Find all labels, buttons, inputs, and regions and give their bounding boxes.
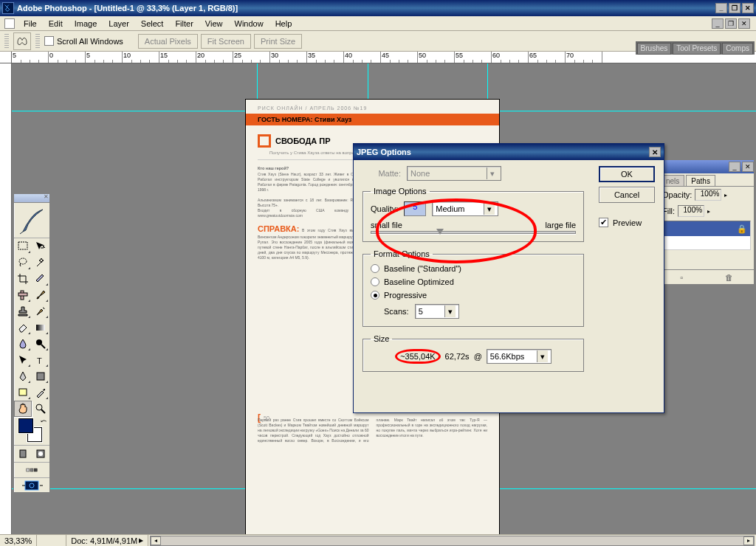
- zoom-field[interactable]: 33,33%: [0, 535, 37, 546]
- svg-rect-5: [18, 293, 27, 296]
- pen-tool[interactable]: [14, 368, 32, 384]
- doc-restore-button[interactable]: ❐: [725, 18, 737, 29]
- preview-checkbox[interactable]: ✔: [599, 218, 608, 227]
- fit-screen-button[interactable]: Fit Screen: [201, 34, 251, 49]
- quality-label: Quality:: [371, 204, 398, 213]
- grip-icon[interactable]: [4, 34, 9, 49]
- baseline-optimized-radio[interactable]: [371, 277, 379, 286]
- marquee-tool[interactable]: [14, 238, 32, 255]
- screen-mode-standard[interactable]: [14, 463, 49, 477]
- zoom-tool[interactable]: [32, 401, 49, 417]
- brushes-tab[interactable]: Brushes: [637, 43, 672, 55]
- notes-tool[interactable]: [14, 384, 32, 401]
- scroll-right-button[interactable]: ▸: [743, 536, 754, 545]
- new-layer-icon[interactable]: ▫: [680, 273, 683, 282]
- lock-icon: 🔒: [737, 224, 747, 234]
- foreground-color[interactable]: [18, 418, 33, 433]
- doc-size-field[interactable]: Doc: 4,91M/4,91M▶: [66, 535, 148, 546]
- quality-input[interactable]: 5: [404, 201, 426, 216]
- brush-tool[interactable]: [32, 287, 49, 303]
- baseline-radio[interactable]: [371, 264, 379, 273]
- shape-tool[interactable]: [32, 368, 49, 384]
- print-size-button[interactable]: Print Size: [254, 34, 302, 49]
- menu-edit[interactable]: Edit: [43, 18, 69, 30]
- blur-tool[interactable]: [14, 336, 32, 352]
- cancel-button[interactable]: Cancel: [599, 187, 655, 203]
- slice-tool[interactable]: [32, 271, 49, 287]
- wand-tool[interactable]: [32, 255, 49, 271]
- lasso-tool[interactable]: [14, 255, 32, 271]
- menu-help[interactable]: Help: [269, 18, 298, 30]
- menu-view[interactable]: View: [199, 18, 229, 30]
- image-options-group: Image Options Quality: 5 Medium▾ small f…: [362, 187, 584, 242]
- svg-rect-11: [19, 389, 27, 395]
- panel-minimize[interactable]: _: [729, 162, 740, 172]
- menu-file[interactable]: File: [18, 18, 43, 30]
- toolbox-header[interactable]: [14, 194, 49, 203]
- layer-comps-tab[interactable]: Comps: [722, 43, 753, 55]
- quality-preset-dropdown[interactable]: Medium▾: [432, 201, 498, 216]
- scrollbar-horizontal[interactable]: ◂ ▸: [150, 536, 755, 546]
- gradient-tool[interactable]: [32, 319, 49, 336]
- hand-tool[interactable]: [14, 401, 32, 417]
- move-tool[interactable]: [32, 238, 49, 255]
- minimize-button[interactable]: _: [715, 3, 727, 13]
- scroll-all-checkbox[interactable]: [44, 36, 54, 46]
- layer-list: 🔒: [662, 221, 751, 250]
- type-tool[interactable]: T: [32, 352, 49, 368]
- at-label: @: [474, 352, 482, 361]
- stamp-tool[interactable]: [14, 303, 32, 319]
- quickmask-mode-icon[interactable]: [32, 446, 49, 462]
- current-tool-icon[interactable]: [13, 32, 31, 50]
- dialog-close-button[interactable]: ✕: [649, 147, 661, 157]
- menu-layer[interactable]: Layer: [103, 18, 135, 30]
- ok-button[interactable]: OK: [599, 166, 655, 182]
- doc-minimize-button[interactable]: _: [712, 18, 724, 29]
- menu-window[interactable]: Window: [229, 18, 269, 30]
- size-value: ~355,04K: [395, 349, 440, 364]
- eraser-tool[interactable]: [14, 319, 32, 336]
- menu-image[interactable]: Image: [69, 18, 103, 30]
- scroll-left-button[interactable]: ◂: [151, 536, 161, 545]
- color-swatches: ⤺: [14, 417, 49, 445]
- imageready-icon[interactable]: [21, 480, 43, 491]
- doc-close-button[interactable]: ✕: [738, 18, 750, 29]
- fill-input[interactable]: 100%: [678, 205, 704, 217]
- menu-select[interactable]: Select: [135, 18, 170, 30]
- actual-pixels-button[interactable]: Actual Pixels: [138, 34, 198, 49]
- tab-paths[interactable]: Paths: [686, 175, 715, 186]
- baud-dropdown[interactable]: 56.6Kbps▾: [487, 349, 551, 364]
- scans-dropdown[interactable]: 5▾: [415, 304, 459, 319]
- layer-item[interactable]: 🔒: [663, 221, 750, 236]
- panel-titlebar[interactable]: _✕: [659, 160, 754, 173]
- close-button[interactable]: ✕: [742, 3, 754, 13]
- progressive-radio[interactable]: [371, 291, 379, 300]
- path-select-tool[interactable]: [14, 352, 32, 368]
- dodge-tool[interactable]: [32, 336, 49, 352]
- small-file-label: small file: [371, 221, 402, 229]
- dialog-titlebar[interactable]: JPEG Options ✕: [354, 144, 664, 160]
- swap-colors-icon[interactable]: ⤺: [41, 417, 47, 425]
- trash-icon[interactable]: 🗑: [725, 273, 733, 282]
- menu-filter[interactable]: Filter: [169, 18, 199, 30]
- crop-tool[interactable]: [14, 271, 32, 287]
- ruler-vertical[interactable]: [0, 63, 12, 534]
- opacity-input[interactable]: 100%: [695, 189, 721, 201]
- matte-dropdown[interactable]: None▾: [407, 166, 501, 181]
- opacity-label: Opacity:: [662, 190, 692, 199]
- grip-icon[interactable]: [35, 34, 40, 49]
- quality-slider[interactable]: [371, 231, 576, 234]
- maximize-button[interactable]: ❐: [729, 3, 740, 13]
- history-brush-tool[interactable]: [32, 303, 49, 319]
- preview-label: Preview: [613, 218, 642, 227]
- photoshop-logo[interactable]: [14, 203, 49, 238]
- scroll-all-label: Scroll All Windows: [57, 37, 123, 46]
- standard-mode-icon[interactable]: [14, 446, 32, 462]
- heal-tool[interactable]: [14, 287, 32, 303]
- eyedropper-tool[interactable]: [32, 384, 49, 401]
- panel-close[interactable]: ✕: [742, 162, 754, 172]
- large-file-label: large file: [545, 221, 576, 229]
- document-icon: [4, 18, 15, 29]
- tool-presets-tab[interactable]: Tool Presets: [673, 43, 721, 55]
- status-icons[interactable]: [37, 535, 66, 546]
